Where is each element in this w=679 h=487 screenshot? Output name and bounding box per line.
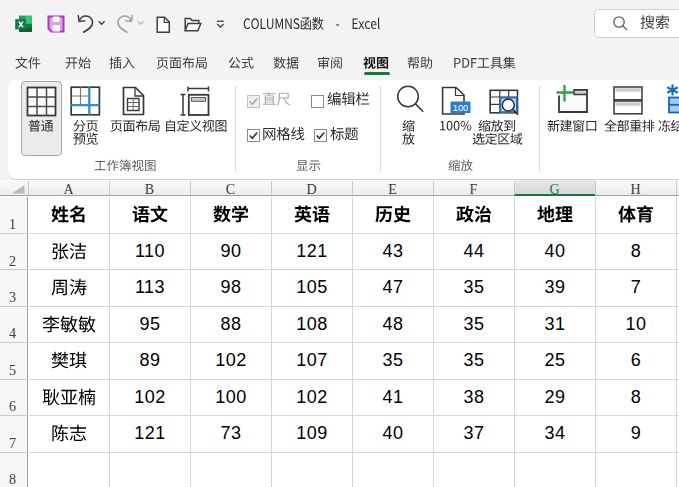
svg-text:100: 100	[453, 103, 469, 113]
